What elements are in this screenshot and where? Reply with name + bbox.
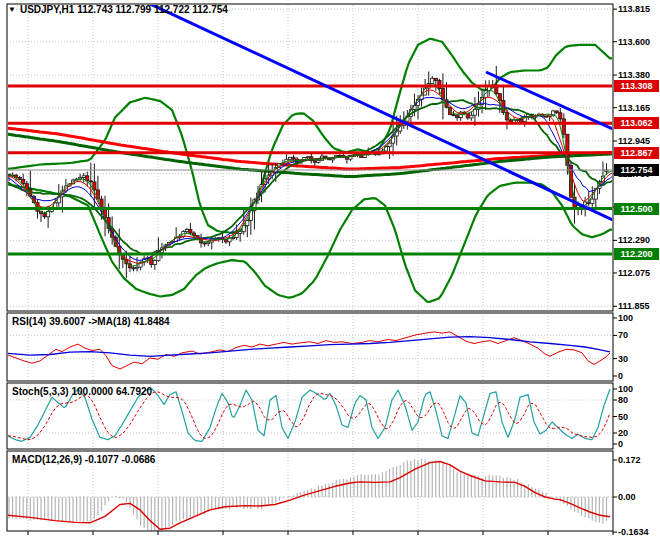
price-badge-resistance: 113.308 — [614, 80, 659, 92]
rsi-scale-label: 100 — [618, 313, 633, 323]
price-badge-support: 112.500 — [614, 203, 659, 215]
macd-scale-label: -0.1634 — [618, 527, 649, 537]
price-tick-label: 113.165 — [618, 103, 650, 113]
stoch-scale-label: 0 — [618, 439, 623, 449]
price-tick-label: 111.855 — [618, 301, 650, 311]
price-tick-label: 113.600 — [618, 37, 650, 47]
chart-title: ▼ USDJPY,H1 112.743 112.799 112.722 112.… — [8, 4, 228, 15]
macd-scale-label: 0.00 — [618, 492, 636, 502]
stoch-scale-label: 20 — [618, 428, 628, 438]
chart-canvas[interactable] — [0, 0, 660, 560]
price-badge-resistance: 112.867 — [614, 147, 659, 159]
rsi-indicator-label: RSI(14) 39.6007 ->MA(18) 41.8484 — [12, 316, 170, 327]
trendlines-layer — [148, 3, 613, 220]
rsi-scale-label: 0 — [618, 371, 623, 381]
stoch-scale-label: 80 — [618, 395, 628, 405]
price-badge-support: 112.200 — [614, 248, 659, 260]
time-axis[interactable]: 29 Dec 201729 Dec 19:002 Jan 12:003 Jan … — [0, 531, 660, 551]
symbol-ohlc-text: USDJPY,H1 112.743 112.799 112.722 112.75… — [20, 4, 228, 15]
candles-layer — [7, 66, 608, 278]
price-tick-label: 112.945 — [618, 136, 650, 146]
stoch-indicator-label: Stoch(5,3,3) 100.0000 64.7920 — [12, 386, 152, 397]
price-tick-label: 112.290 — [618, 235, 650, 245]
panel-borders — [7, 4, 613, 531]
macd-histogram — [9, 459, 607, 534]
price-tick-label: 112.075 — [618, 268, 650, 278]
rsi-scale-label: 30 — [618, 354, 628, 364]
stoch-scale-label: 50 — [618, 412, 628, 422]
price-tick-label: 113.380 — [618, 70, 650, 80]
macd-scale-label: 0.172 — [618, 455, 641, 465]
price-tick-label: 113.815 — [618, 4, 650, 14]
trading-chart-window: { "window": {"width": 660, "height": 560… — [0, 0, 660, 560]
macd-indicator-label: MACD(12,26,9) -0.1077 -0.0686 — [12, 454, 155, 465]
price-badge-resistance: 113.062 — [614, 117, 659, 129]
symbol-dropdown-icon[interactable]: ▼ — [8, 5, 16, 15]
price-badge-current: 112.754 — [614, 164, 659, 176]
rsi-scale-label: 70 — [618, 330, 628, 340]
macd-signal — [8, 462, 610, 530]
stoch-scale-label: 100 — [618, 384, 633, 394]
rsi-lines — [8, 332, 610, 369]
